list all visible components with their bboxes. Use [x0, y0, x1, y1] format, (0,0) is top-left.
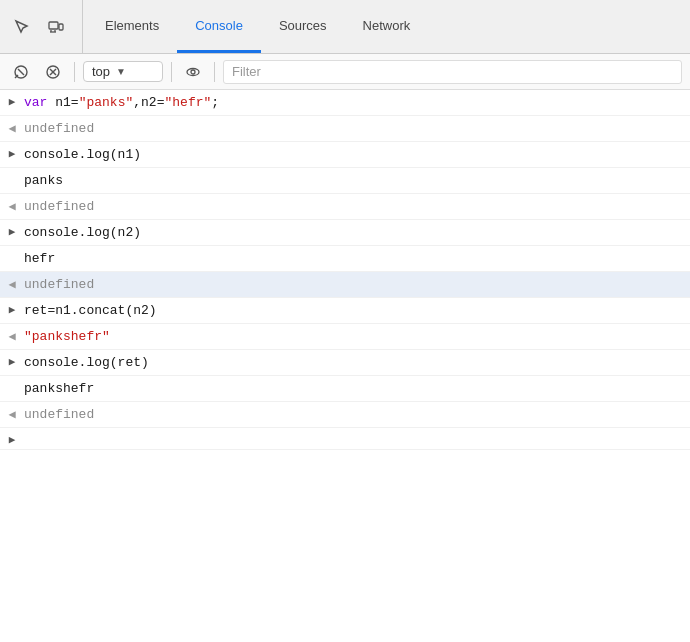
svg-line-6 [18, 69, 24, 75]
device-toggle-icon[interactable] [42, 13, 70, 41]
row-content: console.log(n2) [24, 223, 682, 242]
arrow-left-icon [0, 171, 24, 173]
arrow-left-icon: ◀ [0, 197, 24, 214]
row-content: console.log(n1) [24, 145, 682, 164]
arrow-left-icon: ◀ [0, 119, 24, 136]
row-content: undefined [24, 197, 682, 216]
arrow-right-icon: ▶ [0, 145, 24, 160]
row-content: pankshefr [24, 379, 682, 398]
console-row: pankshefr [0, 376, 690, 402]
arrow-right-icon: ▶ [0, 301, 24, 316]
row-content: hefr [24, 249, 682, 268]
row-content: var n1="panks",n2="hefr"; [24, 93, 682, 112]
svg-rect-0 [49, 22, 58, 29]
tab-sources[interactable]: Sources [261, 0, 345, 53]
svg-point-12 [191, 70, 195, 74]
console-content: ▶var n1="panks",n2="hefr";◀undefined▶con… [0, 90, 690, 642]
arrow-left-icon [0, 379, 24, 381]
stop-button[interactable] [40, 59, 66, 85]
row-content [24, 431, 682, 432]
console-row: ▶ret=n1.concat(n2) [0, 298, 690, 324]
console-row: ◀"pankshefr" [0, 324, 690, 350]
console-row: ▶console.log(n1) [0, 142, 690, 168]
console-row: ◀undefined [0, 116, 690, 142]
filter-input[interactable] [223, 60, 682, 84]
row-content: undefined [24, 119, 682, 138]
clear-console-button[interactable] [8, 59, 34, 85]
arrow-right-icon: ▶ [0, 223, 24, 238]
toolbar-divider [74, 62, 75, 82]
devtools-navbar: Elements Console Sources Network [0, 0, 690, 54]
inspect-icon[interactable] [8, 13, 36, 41]
svg-rect-1 [59, 24, 63, 30]
navbar-icon-group [8, 0, 83, 53]
row-content: undefined [24, 405, 682, 424]
eye-icon[interactable] [180, 59, 206, 85]
console-row: ◀undefined [0, 272, 690, 298]
arrow-left-icon: ◀ [0, 405, 24, 422]
console-row: ◀undefined [0, 194, 690, 220]
console-toolbar: top ▼ [0, 54, 690, 90]
arrow-left-icon: ◀ [0, 327, 24, 344]
arrow-right-icon: ▶ [0, 431, 24, 446]
console-row: ◀undefined [0, 402, 690, 428]
row-content: "pankshefr" [24, 327, 682, 346]
tab-elements[interactable]: Elements [87, 0, 177, 53]
console-row: panks [0, 168, 690, 194]
tab-console[interactable]: Console [177, 0, 261, 53]
console-row: ▶var n1="panks",n2="hefr"; [0, 90, 690, 116]
console-row: ▶console.log(n2) [0, 220, 690, 246]
row-content: console.log(ret) [24, 353, 682, 372]
toolbar-divider-2 [171, 62, 172, 82]
console-row: hefr [0, 246, 690, 272]
context-selector[interactable]: top ▼ [83, 61, 163, 82]
console-row[interactable]: ▶ [0, 428, 690, 450]
row-content: panks [24, 171, 682, 190]
nav-tabs: Elements Console Sources Network [87, 0, 682, 53]
arrow-left-icon [0, 249, 24, 251]
arrow-right-icon: ▶ [0, 353, 24, 368]
dropdown-arrow-icon: ▼ [116, 66, 126, 77]
console-row: ▶console.log(ret) [0, 350, 690, 376]
tab-network[interactable]: Network [345, 0, 429, 53]
row-content: ret=n1.concat(n2) [24, 301, 682, 320]
row-content: undefined [24, 275, 682, 294]
toolbar-divider-3 [214, 62, 215, 82]
arrow-left-icon: ◀ [0, 275, 24, 292]
arrow-right-icon: ▶ [0, 93, 24, 108]
